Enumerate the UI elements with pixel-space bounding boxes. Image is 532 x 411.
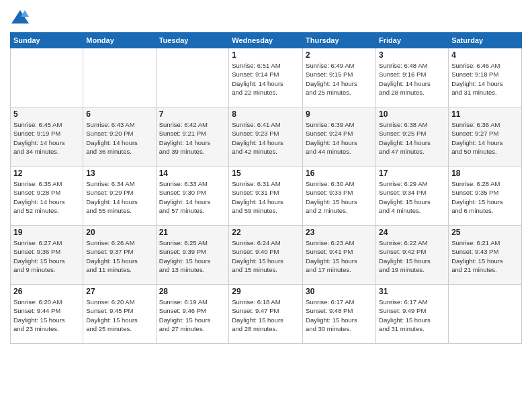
- day-number: 27: [86, 287, 152, 296]
- day-info: Sunrise: 6:28 AM Sunset: 9:35 PM Dayligh…: [451, 179, 519, 215]
- day-number: 17: [379, 169, 445, 178]
- day-number: 29: [232, 287, 300, 296]
- day-number: 23: [306, 228, 373, 237]
- calendar-cell: 28Sunrise: 6:19 AM Sunset: 9:46 PM Dayli…: [156, 285, 229, 344]
- day-info: Sunrise: 6:49 AM Sunset: 9:15 PM Dayligh…: [306, 61, 373, 97]
- day-number: 9: [306, 109, 373, 119]
- day-number: 13: [86, 169, 152, 178]
- day-info: Sunrise: 6:24 AM Sunset: 9:40 PM Dayligh…: [232, 238, 300, 274]
- day-info: Sunrise: 6:51 AM Sunset: 9:14 PM Dayligh…: [232, 61, 300, 97]
- calendar: SundayMondayTuesdayWednesdayThursdayFrid…: [10, 32, 522, 344]
- day-info: Sunrise: 6:23 AM Sunset: 9:41 PM Dayligh…: [306, 238, 373, 274]
- calendar-cell: 10Sunrise: 6:38 AM Sunset: 9:25 PM Dayli…: [376, 107, 449, 167]
- day-number: 28: [159, 287, 226, 296]
- calendar-cell: 15Sunrise: 6:31 AM Sunset: 9:31 PM Dayli…: [229, 167, 303, 226]
- day-number: 8: [232, 109, 300, 119]
- weekday-row: SundayMondayTuesdayWednesdayThursdayFrid…: [11, 33, 522, 48]
- day-number: 16: [306, 169, 373, 178]
- calendar-cell: 21Sunrise: 6:25 AM Sunset: 9:39 PM Dayli…: [156, 226, 229, 285]
- day-number: 11: [451, 109, 519, 119]
- weekday-header-monday: Monday: [83, 33, 156, 48]
- day-number: 2: [306, 50, 373, 60]
- calendar-header: SundayMondayTuesdayWednesdayThursdayFrid…: [11, 33, 522, 48]
- calendar-body: 1Sunrise: 6:51 AM Sunset: 9:14 PM Daylig…: [11, 48, 522, 344]
- calendar-cell: 18Sunrise: 6:28 AM Sunset: 9:35 PM Dayli…: [449, 167, 522, 226]
- calendar-cell: [83, 48, 156, 107]
- day-number: 19: [13, 228, 80, 237]
- day-info: Sunrise: 6:27 AM Sunset: 9:36 PM Dayligh…: [13, 238, 80, 274]
- weekday-header-sunday: Sunday: [11, 33, 83, 48]
- weekday-header-friday: Friday: [376, 33, 449, 48]
- day-info: Sunrise: 6:42 AM Sunset: 9:21 PM Dayligh…: [159, 120, 226, 156]
- day-info: Sunrise: 6:48 AM Sunset: 9:16 PM Dayligh…: [379, 61, 445, 97]
- day-number: 21: [159, 228, 226, 237]
- calendar-cell: 12Sunrise: 6:35 AM Sunset: 9:28 PM Dayli…: [11, 167, 83, 226]
- day-info: Sunrise: 6:46 AM Sunset: 9:18 PM Dayligh…: [451, 61, 519, 97]
- day-number: 25: [451, 228, 519, 237]
- day-number: 18: [451, 169, 519, 178]
- day-info: Sunrise: 6:43 AM Sunset: 9:20 PM Dayligh…: [86, 120, 152, 156]
- calendar-week-1: 1Sunrise: 6:51 AM Sunset: 9:14 PM Daylig…: [11, 48, 522, 107]
- day-info: Sunrise: 6:29 AM Sunset: 9:34 PM Dayligh…: [379, 179, 445, 215]
- day-info: Sunrise: 6:34 AM Sunset: 9:29 PM Dayligh…: [86, 179, 152, 215]
- calendar-cell: 7Sunrise: 6:42 AM Sunset: 9:21 PM Daylig…: [156, 107, 229, 167]
- header: [10, 7, 522, 27]
- calendar-week-2: 5Sunrise: 6:45 AM Sunset: 9:19 PM Daylig…: [11, 107, 522, 167]
- calendar-cell: 26Sunrise: 6:20 AM Sunset: 9:44 PM Dayli…: [11, 285, 83, 344]
- calendar-cell: 5Sunrise: 6:45 AM Sunset: 9:19 PM Daylig…: [11, 107, 83, 167]
- day-number: 10: [379, 109, 445, 119]
- day-info: Sunrise: 6:21 AM Sunset: 9:43 PM Dayligh…: [451, 238, 519, 274]
- calendar-cell: 23Sunrise: 6:23 AM Sunset: 9:41 PM Dayli…: [303, 226, 376, 285]
- calendar-cell: 1Sunrise: 6:51 AM Sunset: 9:14 PM Daylig…: [229, 48, 303, 107]
- day-info: Sunrise: 6:30 AM Sunset: 9:33 PM Dayligh…: [306, 179, 373, 215]
- calendar-cell: 29Sunrise: 6:18 AM Sunset: 9:47 PM Dayli…: [229, 285, 303, 344]
- calendar-week-5: 26Sunrise: 6:20 AM Sunset: 9:44 PM Dayli…: [11, 285, 522, 344]
- calendar-week-3: 12Sunrise: 6:35 AM Sunset: 9:28 PM Dayli…: [11, 167, 522, 226]
- day-info: Sunrise: 6:33 AM Sunset: 9:30 PM Dayligh…: [159, 179, 226, 215]
- calendar-cell: 24Sunrise: 6:22 AM Sunset: 9:42 PM Dayli…: [376, 226, 449, 285]
- day-info: Sunrise: 6:39 AM Sunset: 9:24 PM Dayligh…: [306, 120, 373, 156]
- calendar-cell: 13Sunrise: 6:34 AM Sunset: 9:29 PM Dayli…: [83, 167, 156, 226]
- day-number: 20: [86, 228, 152, 237]
- calendar-cell: 16Sunrise: 6:30 AM Sunset: 9:33 PM Dayli…: [303, 167, 376, 226]
- day-info: Sunrise: 6:38 AM Sunset: 9:25 PM Dayligh…: [379, 120, 445, 156]
- day-number: 1: [232, 50, 300, 60]
- calendar-cell: 19Sunrise: 6:27 AM Sunset: 9:36 PM Dayli…: [11, 226, 83, 285]
- calendar-cell: 25Sunrise: 6:21 AM Sunset: 9:43 PM Dayli…: [449, 226, 522, 285]
- calendar-cell: 2Sunrise: 6:49 AM Sunset: 9:15 PM Daylig…: [303, 48, 376, 107]
- calendar-cell: 17Sunrise: 6:29 AM Sunset: 9:34 PM Dayli…: [376, 167, 449, 226]
- day-info: Sunrise: 6:25 AM Sunset: 9:39 PM Dayligh…: [159, 238, 226, 274]
- day-number: 30: [306, 287, 373, 296]
- calendar-week-4: 19Sunrise: 6:27 AM Sunset: 9:36 PM Dayli…: [11, 226, 522, 285]
- calendar-cell: 4Sunrise: 6:46 AM Sunset: 9:18 PM Daylig…: [449, 48, 522, 107]
- day-info: Sunrise: 6:35 AM Sunset: 9:28 PM Dayligh…: [13, 179, 80, 215]
- calendar-cell: 9Sunrise: 6:39 AM Sunset: 9:24 PM Daylig…: [303, 107, 376, 167]
- calendar-cell: [156, 48, 229, 107]
- day-number: 26: [13, 287, 80, 296]
- day-info: Sunrise: 6:36 AM Sunset: 9:27 PM Dayligh…: [451, 120, 519, 156]
- day-info: Sunrise: 6:26 AM Sunset: 9:37 PM Dayligh…: [86, 238, 152, 274]
- day-number: 12: [13, 169, 80, 178]
- day-info: Sunrise: 6:17 AM Sunset: 9:48 PM Dayligh…: [306, 298, 373, 333]
- day-info: Sunrise: 6:19 AM Sunset: 9:46 PM Dayligh…: [159, 298, 226, 333]
- day-info: Sunrise: 6:41 AM Sunset: 9:23 PM Dayligh…: [232, 120, 300, 156]
- day-number: 5: [13, 109, 80, 119]
- day-number: 15: [232, 169, 300, 178]
- calendar-cell: 22Sunrise: 6:24 AM Sunset: 9:40 PM Dayli…: [229, 226, 303, 285]
- weekday-header-saturday: Saturday: [449, 33, 522, 48]
- calendar-cell: 6Sunrise: 6:43 AM Sunset: 9:20 PM Daylig…: [83, 107, 156, 167]
- weekday-header-thursday: Thursday: [303, 33, 376, 48]
- calendar-cell: [449, 285, 522, 344]
- logo: [10, 7, 33, 27]
- day-info: Sunrise: 6:22 AM Sunset: 9:42 PM Dayligh…: [379, 238, 445, 274]
- page: SundayMondayTuesdayWednesdayThursdayFrid…: [0, 0, 532, 411]
- day-info: Sunrise: 6:18 AM Sunset: 9:47 PM Dayligh…: [232, 298, 300, 333]
- calendar-cell: 20Sunrise: 6:26 AM Sunset: 9:37 PM Dayli…: [83, 226, 156, 285]
- calendar-cell: 3Sunrise: 6:48 AM Sunset: 9:16 PM Daylig…: [376, 48, 449, 107]
- day-info: Sunrise: 6:17 AM Sunset: 9:49 PM Dayligh…: [379, 298, 445, 333]
- day-info: Sunrise: 6:31 AM Sunset: 9:31 PM Dayligh…: [232, 179, 300, 215]
- calendar-cell: 30Sunrise: 6:17 AM Sunset: 9:48 PM Dayli…: [303, 285, 376, 344]
- day-number: 4: [451, 50, 519, 60]
- day-number: 22: [232, 228, 300, 237]
- calendar-cell: [11, 48, 83, 107]
